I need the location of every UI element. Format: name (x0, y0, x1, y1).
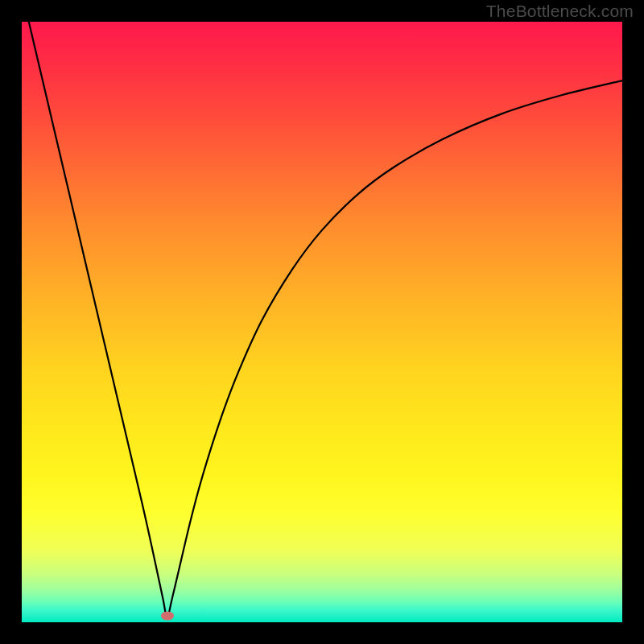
optimal-point-marker (161, 611, 174, 620)
watermark-text: TheBottleneck.com (486, 2, 634, 21)
plot-area (22, 22, 622, 622)
chart-frame: TheBottleneck.com (0, 0, 644, 644)
bottleneck-curve (22, 22, 622, 622)
